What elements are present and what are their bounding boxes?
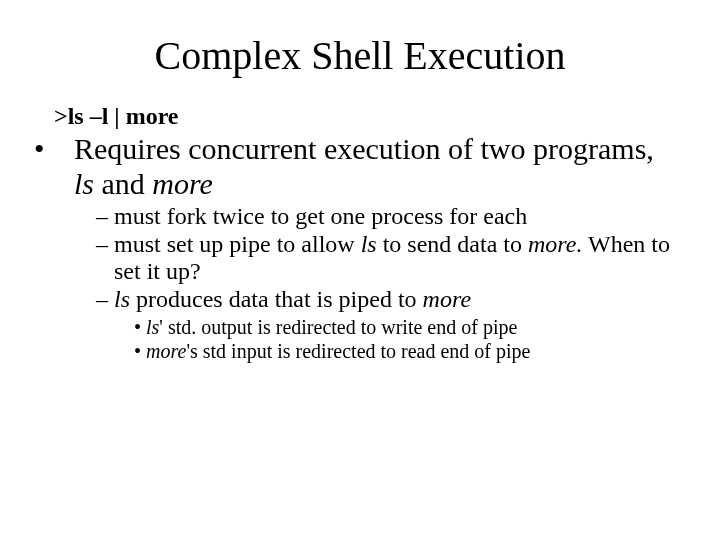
subsub-item-b: • more's std input is redirected to read… bbox=[134, 339, 680, 363]
sub-item-a: – must fork twice to get one process for… bbox=[96, 203, 680, 231]
sub-c-mid: produces data that is piped to bbox=[130, 286, 423, 312]
subsub-b-rest: 's std input is redirected to read end o… bbox=[186, 340, 530, 362]
bullet1-mid: and bbox=[94, 167, 152, 200]
sub-b-mid: to send data to bbox=[377, 231, 528, 257]
bullet1-pre: Requires concurrent execution of two pro… bbox=[74, 132, 654, 165]
slide: Complex Shell Execution >ls –l | more •R… bbox=[0, 0, 720, 540]
sub-item-b: – must set up pipe to allow ls to send d… bbox=[96, 231, 680, 286]
subsub-b-more: more bbox=[146, 340, 186, 362]
bullet-dot: • bbox=[54, 132, 74, 167]
subsub-a-ls: ls bbox=[146, 316, 159, 338]
subsub-b-bullet: • bbox=[134, 340, 146, 362]
bullet-level1: •Requires concurrent execution of two pr… bbox=[54, 132, 680, 201]
bullet1-ls: ls bbox=[74, 167, 94, 200]
bullet1-more: more bbox=[152, 167, 213, 200]
sub-sub-list: • ls' std. output is redirected to write… bbox=[134, 315, 680, 363]
sub-item-c: – ls produces data that is piped to more bbox=[96, 286, 680, 314]
subsub-a-rest: ' std. output is redirected to write end… bbox=[159, 316, 517, 338]
subsub-item-a: • ls' std. output is redirected to write… bbox=[134, 315, 680, 339]
slide-title: Complex Shell Execution bbox=[0, 0, 720, 99]
sub-c-ls: ls bbox=[114, 286, 130, 312]
sub-b-more: more. bbox=[528, 231, 582, 257]
sub-b-pre: – must set up pipe to allow bbox=[96, 231, 361, 257]
command-line: >ls –l | more bbox=[54, 103, 720, 130]
sub-b-ls: ls bbox=[361, 231, 377, 257]
sub-c-more: more bbox=[423, 286, 471, 312]
subsub-a-bullet: • bbox=[134, 316, 146, 338]
sub-list: – must fork twice to get one process for… bbox=[96, 203, 680, 313]
sub-c-dash: – bbox=[96, 286, 114, 312]
